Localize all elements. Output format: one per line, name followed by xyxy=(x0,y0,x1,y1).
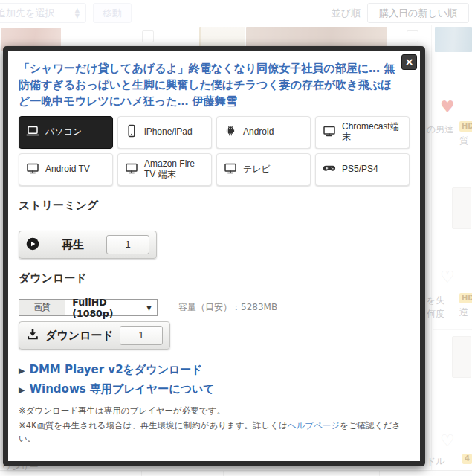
device-button-tv[interactable]: テレビ xyxy=(216,153,311,186)
windows-player-info-link[interactable]: ▶Windows 専用プレイヤーについて xyxy=(19,380,410,399)
triangle-bullet-icon: ▶ xyxy=(19,385,25,395)
streaming-section-header: ストリーミング xyxy=(19,199,410,213)
device-label: Android xyxy=(243,127,274,138)
download-button-label: ダウンロード xyxy=(45,329,114,343)
device-button-iphone-ipad[interactable]: iPhone/iPad xyxy=(117,116,212,149)
play-button-label: 再生 xyxy=(62,238,84,252)
device-button-fire-tv[interactable]: Amazon Fire TV 端末 xyxy=(117,153,212,186)
playback-selection-modal: × 「シャワーだけ貸してあげるよ」終電なくなり同僚女子社員の部屋に… 無防備すぎ… xyxy=(3,46,425,466)
monitor-icon xyxy=(322,123,337,141)
play-icon xyxy=(26,237,39,253)
note-player-required: ※ダウンロード再生は専用のプレイヤーが必要です。 xyxy=(19,405,410,417)
laptop-icon xyxy=(25,123,40,141)
chevron-down-icon: ▼ xyxy=(146,304,152,312)
note-text: ※4K画質を再生される場合は、再生環境に制約があります。詳しくは xyxy=(19,420,288,431)
device-label: iPhone/iPad xyxy=(144,127,193,138)
dotted-rule xyxy=(96,283,410,283)
streaming-heading: ストリーミング xyxy=(19,199,98,213)
dotted-rule xyxy=(107,210,410,210)
smartphone-icon xyxy=(124,123,139,141)
device-button-android-tv[interactable]: Android TV xyxy=(19,153,113,186)
device-button-pc[interactable]: パソコン xyxy=(19,116,113,149)
quality-row: 画質 FullHD (1080p) ▼ 容量（目安）：5283MB xyxy=(19,299,410,316)
device-button-android[interactable]: Android xyxy=(216,116,311,149)
download-section-header: ダウンロード xyxy=(19,271,410,286)
device-label: PS5/PS4 xyxy=(342,164,378,175)
link-label: Windows 専用プレイヤーについて xyxy=(29,382,214,396)
device-label: Android TV xyxy=(45,164,90,175)
close-icon[interactable]: × xyxy=(401,54,417,70)
gamepad-icon xyxy=(322,161,337,178)
quality-select-value: FullHD (1080p) xyxy=(65,297,146,319)
device-button-grid: パソコン iPhone/iPad xyxy=(19,116,410,186)
help-page-link[interactable]: ヘルプページ xyxy=(288,420,340,431)
device-button-ps5-ps4[interactable]: PS5/PS4 xyxy=(315,153,410,186)
monitor-icon xyxy=(25,161,40,178)
player-links: ▶DMM Player v2をダウンロード ▶Windows 専用プレイヤーにつ… xyxy=(19,361,410,399)
device-button-chromecast[interactable]: Chromecast端末 xyxy=(315,116,410,149)
play-button[interactable]: 再生 1 xyxy=(19,231,157,259)
monitor-icon xyxy=(223,161,238,178)
quality-select[interactable]: 画質 FullHD (1080p) ▼ xyxy=(19,299,158,316)
quality-select-label: 画質 xyxy=(19,300,65,315)
dmm-player-download-link[interactable]: ▶DMM Player v2をダウンロード xyxy=(19,361,410,380)
file-size-label: 容量（目安）：5283MB xyxy=(178,301,277,314)
download-count: 1 xyxy=(120,326,163,345)
triangle-bullet-icon: ▶ xyxy=(19,366,25,376)
device-label: Chromecast端末 xyxy=(342,122,403,143)
note-4k-restriction: ※4K画質を再生される場合は、再生環境に制約があります。詳しくはヘルプページをご… xyxy=(19,419,410,445)
device-label: Amazon Fire TV 端末 xyxy=(144,159,205,180)
download-button[interactable]: ダウンロード 1 xyxy=(19,321,170,350)
download-icon xyxy=(26,328,39,344)
video-title-link[interactable]: 「シャワーだけ貸してあげるよ」終電なくなり同僚女子社員の部屋に… 無防備すぎるお… xyxy=(19,60,396,109)
android-icon xyxy=(223,123,238,141)
page: 追加先を選択 ▲▼ 移動 並び順 購入日の新しい順 ♥ の男達 HD 質 ♡ を… xyxy=(0,0,472,476)
stream-count: 1 xyxy=(106,235,149,254)
link-label: DMM Player v2をダウンロード xyxy=(29,363,202,376)
device-label: パソコン xyxy=(45,127,82,138)
device-label: テレビ xyxy=(243,164,271,175)
monitor-icon xyxy=(124,161,139,178)
download-heading: ダウンロード xyxy=(19,271,87,286)
